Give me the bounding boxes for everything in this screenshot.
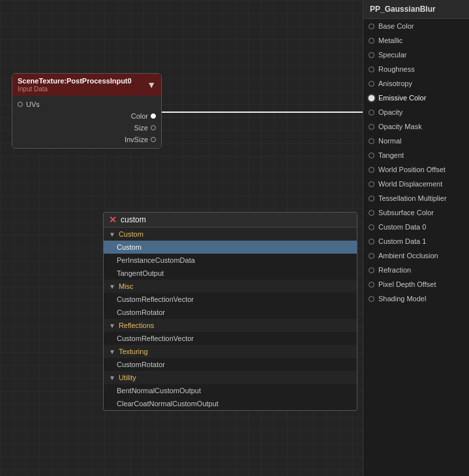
base-color-label: Base Color (378, 22, 414, 30)
node-subtitle: Input Data (18, 85, 132, 93)
shading-model-pin (369, 296, 374, 302)
search-input[interactable] (121, 215, 352, 224)
panel-item-ambient-occlusion[interactable]: Ambient Occlusion (363, 248, 469, 263)
item-misc-custom-rotator[interactable]: CustomRotator (104, 306, 357, 319)
search-close-button[interactable]: ✕ (109, 215, 117, 224)
custom-data-1-label: Custom Data 1 (378, 237, 426, 245)
panel-item-emissive-color[interactable]: Emissive Color (363, 91, 469, 105)
category-texturing-label: Texturing (119, 348, 148, 355)
category-custom-label: Custom (119, 230, 144, 238)
color-label: Color (131, 112, 148, 120)
opacity-mask-label: Opacity Mask (378, 123, 422, 130)
item-reflections-custom-reflection-vector[interactable]: CustomReflectionVector (104, 332, 357, 345)
tessellation-multiplier-label: Tessellation Multiplier (378, 194, 447, 202)
panel-item-world-displacement[interactable]: World Displacement (363, 177, 469, 191)
category-reflections-label: Reflections (119, 321, 154, 329)
chevron-utility-icon: ▼ (109, 374, 115, 381)
item-misc-custom-reflection-vector[interactable]: CustomReflectionVector (104, 293, 357, 306)
subsurface-color-label: Subsurface Color (378, 209, 434, 216)
panel-item-base-color[interactable]: Base Color (363, 19, 469, 33)
item-custom[interactable]: Custom (104, 241, 357, 254)
anisotropy-pin (369, 81, 374, 87)
custom-data-1-pin (369, 239, 374, 245)
category-utility-label: Utility (119, 374, 136, 381)
panel-item-custom-data-1[interactable]: Custom Data 1 (363, 234, 469, 248)
panel-item-normal[interactable]: Normal (363, 134, 469, 148)
category-texturing[interactable]: ▼ Texturing (104, 345, 357, 358)
opacity-label: Opacity (378, 108, 402, 116)
metallic-label: Metallic (378, 37, 402, 44)
subsurface-color-pin (369, 210, 374, 216)
shading-model-label: Shading Model (378, 295, 426, 303)
anisotropy-label: Anisotropy (378, 80, 412, 87)
panel-item-metallic[interactable]: Metallic (363, 33, 469, 48)
node-header: SceneTexture:PostProcessInput0 Input Dat… (12, 74, 161, 96)
panel-item-specular[interactable]: Specular (363, 48, 469, 62)
opacity-mask-pin (369, 124, 374, 130)
dropdown-panel: ✕ ▼ Custom Custom PerInstanceCustomData … (103, 212, 357, 411)
node-card: SceneTexture:PostProcessInput0 Input Dat… (12, 73, 162, 149)
item-tangent-output[interactable]: TangentOutput (104, 267, 357, 280)
world-displacement-pin (369, 181, 374, 187)
refraction-label: Refraction (378, 266, 411, 274)
panel-item-anisotropy[interactable]: Anisotropy (363, 76, 469, 91)
panel-item-tangent[interactable]: Tangent (363, 148, 469, 162)
emissive-color-pin (369, 95, 374, 101)
category-misc-label: Misc (119, 282, 134, 290)
size-right-pin (151, 125, 156, 130)
search-bar: ✕ (104, 213, 357, 228)
item-clearcoat-normal-custom-output[interactable]: ClearCoatNormalCustomOutput (104, 397, 357, 410)
category-misc[interactable]: ▼ Misc (104, 280, 357, 293)
chevron-texturing-icon: ▼ (109, 348, 115, 355)
node-title: SceneTexture:PostProcessInput0 (18, 77, 132, 85)
roughness-pin (369, 67, 374, 72)
tangent-label: Tangent (378, 151, 404, 159)
category-utility[interactable]: ▼ Utility (104, 371, 357, 384)
world-displacement-label: World Displacement (378, 180, 442, 188)
panel-item-world-position-offset[interactable]: World Position Offset (363, 162, 469, 177)
normal-label: Normal (378, 137, 401, 145)
refraction-pin (369, 267, 374, 273)
uvs-label: UVs (26, 100, 40, 108)
pixel-depth-offset-pin (369, 282, 374, 288)
metallic-pin (369, 38, 374, 44)
pixel-depth-offset-label: Pixel Depth Offset (378, 280, 436, 288)
base-color-pin (369, 23, 374, 29)
panel-item-tessellation-multiplier[interactable]: Tessellation Multiplier (363, 191, 469, 205)
world-position-offset-label: World Position Offset (378, 166, 446, 173)
node-row-size: Size (12, 122, 161, 134)
chevron-custom-icon: ▼ (109, 231, 115, 238)
category-custom[interactable]: ▼ Custom (104, 228, 357, 241)
custom-data-0-pin (369, 224, 374, 230)
right-panel: PP_GaussianBlur Base Color Metallic Spec… (363, 0, 469, 476)
panel-item-opacity-mask[interactable]: Opacity Mask (363, 119, 469, 134)
node-info: SceneTexture:PostProcessInput0 Input Dat… (18, 77, 132, 93)
item-perinstance-custom-data[interactable]: PerInstanceCustomData (104, 254, 357, 267)
category-reflections[interactable]: ▼ Reflections (104, 319, 357, 332)
chevron-misc-icon: ▼ (109, 283, 115, 290)
opacity-pin (369, 110, 374, 115)
custom-data-0-label: Custom Data 0 (378, 223, 426, 231)
ambient-occlusion-pin (369, 253, 374, 259)
invsize-label: InvSize (125, 136, 148, 143)
panel-item-roughness[interactable]: Roughness (363, 62, 469, 76)
specular-pin (369, 52, 374, 58)
item-bent-normal-custom-output[interactable]: BentNormalCustomOutput (104, 384, 357, 397)
node-row-uvs: UVs (12, 98, 161, 110)
panel-item-shading-model[interactable]: Shading Model (363, 291, 469, 306)
chevron-reflections-icon: ▼ (109, 322, 115, 329)
tessellation-multiplier-pin (369, 196, 374, 201)
node-row-invsize: InvSize (12, 134, 161, 145)
world-position-offset-pin (369, 167, 374, 173)
dropdown-list: ▼ Custom Custom PerInstanceCustomData Ta… (104, 228, 357, 410)
panel-item-subsurface-color[interactable]: Subsurface Color (363, 205, 469, 220)
node-row-color: Color (12, 110, 161, 122)
node-expand-button[interactable]: ▼ (147, 80, 156, 89)
emissive-color-label: Emissive Color (378, 94, 426, 102)
panel-item-opacity[interactable]: Opacity (363, 105, 469, 119)
panel-item-pixel-depth-offset[interactable]: Pixel Depth Offset (363, 277, 469, 291)
panel-item-refraction[interactable]: Refraction (363, 263, 469, 277)
item-texturing-custom-rotator[interactable]: CustomRotator (104, 358, 357, 371)
tangent-pin (369, 153, 374, 158)
panel-item-custom-data-0[interactable]: Custom Data 0 (363, 220, 469, 234)
